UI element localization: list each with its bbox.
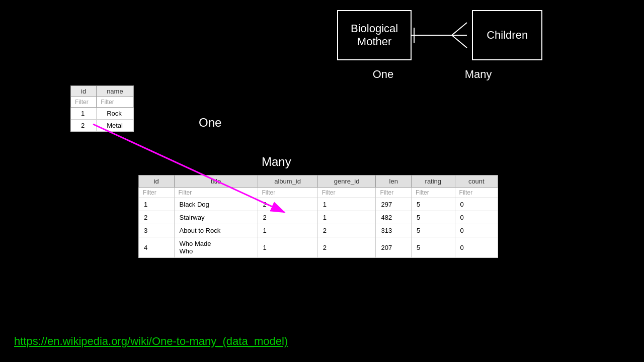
s3-len: 313: [376, 224, 412, 237]
s3-rating: 5: [412, 224, 455, 237]
erd-box-children: Children: [472, 10, 542, 60]
genre-row2-id: 2: [71, 120, 97, 132]
large-table-container: id title album_id genre_id len rating co…: [138, 175, 498, 258]
s3-title: About to Rock: [174, 224, 258, 237]
song-row-3: 3 About to Rock 1 2 313 5 0: [139, 224, 498, 237]
s1-len: 297: [376, 198, 412, 211]
s4-title: Who MadeWho: [174, 237, 258, 258]
genre-row1-id: 1: [71, 108, 97, 120]
wiki-url[interactable]: https://en.wikipedia.org/wiki/One-to-man…: [14, 335, 288, 348]
filter-count: Filter: [455, 188, 498, 198]
s4-genre: 2: [317, 237, 376, 258]
erd-labels: One Many: [337, 68, 542, 81]
song-row-2: 2 Stairway 2 1 482 5 0: [139, 211, 498, 224]
s2-id: 2: [139, 211, 175, 224]
s4-id: 4: [139, 237, 175, 258]
genre-row1-name: Rock: [97, 108, 134, 120]
erd-diagram: Biological Mother Children One Many: [337, 10, 542, 81]
s1-album: 2: [258, 198, 317, 211]
s2-album: 2: [258, 211, 317, 224]
song-col-id: id: [139, 175, 175, 188]
erd-box2-label: Children: [487, 29, 528, 42]
s1-title: Black Dog: [174, 198, 258, 211]
s1-count: 0: [455, 198, 498, 211]
filter-id: Filter: [139, 188, 175, 198]
genre-row-1: 1 Rock: [71, 108, 134, 120]
filter-title: Filter: [174, 188, 258, 198]
erd-box-biological-mother: Biological Mother: [337, 10, 412, 60]
s3-album: 1: [258, 224, 317, 237]
svg-line-2: [452, 23, 467, 35]
s1-genre: 1: [317, 198, 376, 211]
song-col-len: len: [376, 175, 412, 188]
genre-col-id: id: [71, 86, 97, 97]
s2-rating: 5: [412, 211, 455, 224]
genre-row2-name: Metal: [97, 120, 134, 132]
song-row-4: 4 Who MadeWho 1 2 207 5 0: [139, 237, 498, 258]
s2-count: 0: [455, 211, 498, 224]
s1-rating: 5: [412, 198, 455, 211]
s4-album: 1: [258, 237, 317, 258]
small-table-container: id name Filter Filter 1 Rock 2 Metal: [70, 85, 134, 132]
genre-filter-name: Filter: [97, 97, 134, 108]
genre-row-2: 2 Metal: [71, 120, 134, 132]
song-col-album-id: album_id: [258, 175, 317, 188]
label-many-small: Many: [262, 155, 291, 169]
s3-count: 0: [455, 224, 498, 237]
erd-label-one: One: [373, 68, 394, 81]
filter-genre: Filter: [317, 188, 376, 198]
song-row-1: 1 Black Dog 2 1 297 5 0: [139, 198, 498, 211]
song-filter-row: Filter Filter Filter Filter Filter Filte…: [139, 188, 498, 198]
label-one-small: One: [199, 116, 221, 130]
s2-len: 482: [376, 211, 412, 224]
s4-rating: 5: [412, 237, 455, 258]
filter-rating: Filter: [412, 188, 455, 198]
s4-count: 0: [455, 237, 498, 258]
filter-album: Filter: [258, 188, 317, 198]
song-col-title: title: [174, 175, 258, 188]
s1-id: 1: [139, 198, 175, 211]
genre-filter-id: Filter: [71, 97, 97, 108]
s2-title: Stairway: [174, 211, 258, 224]
song-col-genre-id: genre_id: [317, 175, 376, 188]
s3-id: 3: [139, 224, 175, 237]
s4-len: 207: [376, 237, 412, 258]
genre-col-name: name: [97, 86, 134, 97]
erd-label-many: Many: [465, 68, 492, 81]
genre-table: id name Filter Filter 1 Rock 2 Metal: [70, 85, 134, 132]
erd-box1-label: Biological Mother: [351, 22, 398, 48]
s3-genre: 2: [317, 224, 376, 237]
song-col-count: count: [455, 175, 498, 188]
genre-filter-row: Filter Filter: [71, 97, 134, 108]
erd-connector: [412, 10, 472, 60]
filter-len: Filter: [376, 188, 412, 198]
svg-line-4: [452, 35, 467, 48]
s2-genre: 1: [317, 211, 376, 224]
song-col-rating: rating: [412, 175, 455, 188]
song-table: id title album_id genre_id len rating co…: [138, 175, 498, 258]
